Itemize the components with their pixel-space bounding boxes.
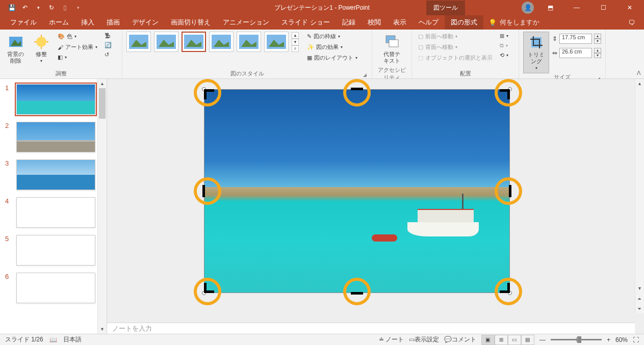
- scroll-up-icon[interactable]: ▲: [98, 79, 107, 88]
- slide-thumbnail[interactable]: [16, 197, 95, 228]
- send-backward-button[interactable]: ▢背面へ移動▾: [416, 42, 495, 52]
- compress-button[interactable]: 🗜: [102, 32, 114, 40]
- zoom-out-button[interactable]: —: [539, 336, 546, 343]
- crop-button[interactable]: トリミング ▾: [523, 32, 549, 73]
- alt-text-button[interactable]: 代替テ キスト: [380, 32, 403, 66]
- normal-view-button[interactable]: ▣: [481, 335, 495, 345]
- scroll-handle[interactable]: [99, 88, 106, 119]
- thumb-row[interactable]: 6: [5, 273, 107, 303]
- thumbnail-scrollbar[interactable]: ▲ ▼: [97, 79, 107, 334]
- picture-layout-button[interactable]: ▦図のレイアウト▾: [305, 53, 359, 63]
- sorter-view-button[interactable]: ⊞: [495, 335, 508, 345]
- corrections-button[interactable]: 修整 ▾: [30, 32, 53, 66]
- tab-insert[interactable]: 挿入: [75, 15, 100, 30]
- artistic-effects-button[interactable]: 🖌アート効果▾: [56, 42, 99, 52]
- collapse-ribbon-icon[interactable]: ᐱ: [637, 70, 641, 76]
- fit-window-button[interactable]: ⛶: [633, 336, 639, 343]
- tell-me[interactable]: 💡 何をしますか: [488, 18, 539, 27]
- align-button[interactable]: ⊞▾: [498, 32, 510, 40]
- qat-more-icon[interactable]: ▾: [72, 2, 84, 13]
- prev-slide-icon[interactable]: ⏶: [635, 294, 644, 303]
- slide-image[interactable]: [204, 89, 510, 293]
- spin-up-icon[interactable]: ▲: [594, 48, 601, 53]
- style-item[interactable]: [126, 32, 151, 52]
- thumb-row[interactable]: 2: [5, 122, 107, 152]
- zoom-level[interactable]: 60%: [615, 336, 628, 343]
- selection-handle[interactable]: [202, 87, 206, 91]
- thumb-row[interactable]: 5: [5, 235, 107, 266]
- undo-icon[interactable]: ↶: [19, 2, 31, 13]
- tab-file[interactable]: ファイル: [4, 15, 43, 30]
- ribbon-display-icon[interactable]: ⬒: [540, 0, 560, 15]
- thumb-row[interactable]: 1: [5, 84, 107, 115]
- zoom-in-button[interactable]: +: [607, 336, 610, 343]
- scroll-down-icon[interactable]: ▼: [98, 325, 107, 334]
- slide-counter[interactable]: スライド 1/26: [5, 335, 43, 344]
- gallery-more-icon[interactable]: ≡: [292, 45, 299, 52]
- comments-toggle[interactable]: 💬コメント: [444, 335, 476, 344]
- style-item[interactable]: [237, 32, 261, 52]
- tab-animations[interactable]: アニメーション: [217, 15, 275, 30]
- tab-record[interactable]: 記録: [336, 15, 362, 30]
- slideshow-view-button[interactable]: ▤: [521, 335, 534, 345]
- tab-draw[interactable]: 描画: [100, 15, 126, 30]
- slideshow-qat-icon[interactable]: ▯: [59, 2, 70, 13]
- tab-design[interactable]: デザイン: [126, 15, 165, 30]
- thumb-row[interactable]: 4: [5, 197, 107, 228]
- maximize-button[interactable]: ☐: [593, 0, 613, 15]
- tab-view[interactable]: 表示: [387, 15, 413, 30]
- gallery-down-icon[interactable]: ▼: [292, 39, 299, 45]
- tab-slideshow[interactable]: スライド ショー: [275, 15, 336, 30]
- style-item[interactable]: [182, 32, 206, 52]
- reset-picture-button[interactable]: ↺: [102, 50, 114, 59]
- undo-dropdown-icon[interactable]: ▾: [33, 2, 44, 13]
- account-icon[interactable]: 👤: [522, 2, 534, 14]
- zoom-knob[interactable]: [577, 336, 581, 343]
- tab-home[interactable]: ホーム: [43, 15, 75, 30]
- save-icon[interactable]: 💾: [6, 2, 17, 13]
- picture-effects-button[interactable]: ✨図の効果▾: [305, 42, 359, 52]
- remove-background-button[interactable]: 背景の 削除: [4, 32, 27, 66]
- style-gallery[interactable]: ▲ ▼ ≡: [126, 32, 299, 52]
- selection-handle[interactable]: [202, 291, 206, 295]
- slide-canvas[interactable]: ▲ ▼ ⏶ ⏷ ノートを入力: [107, 79, 644, 334]
- reading-view-button[interactable]: ▭: [508, 335, 521, 345]
- thumbnail-pane[interactable]: 1 2 3 4 5 6 ▲ ▼: [0, 79, 107, 334]
- style-item[interactable]: [209, 32, 234, 52]
- redo-icon[interactable]: ↻: [46, 2, 57, 13]
- bring-forward-button[interactable]: ▢前面へ移動▾: [416, 32, 495, 41]
- language-label[interactable]: 日本語: [63, 335, 82, 344]
- selection-handle[interactable]: [508, 87, 512, 91]
- change-picture-button[interactable]: 🔄: [102, 41, 114, 49]
- next-slide-icon[interactable]: ⏷: [635, 304, 644, 313]
- gallery-up-icon[interactable]: ▲: [292, 32, 299, 39]
- notes-pane[interactable]: ノートを入力: [107, 323, 635, 334]
- display-settings[interactable]: ▭表示設定: [409, 335, 439, 344]
- spin-down-icon[interactable]: ▼: [594, 39, 601, 44]
- transparency-button[interactable]: ◧▾: [56, 53, 99, 62]
- tab-transitions[interactable]: 画面切り替え: [165, 15, 217, 30]
- group-button[interactable]: ⧉▾: [498, 41, 510, 50]
- slide-thumbnail[interactable]: [16, 273, 95, 303]
- close-button[interactable]: ✕: [620, 0, 640, 15]
- style-item[interactable]: [264, 32, 289, 52]
- spellcheck-icon[interactable]: 📖: [49, 336, 57, 343]
- style-item[interactable]: [154, 32, 178, 52]
- thumb-row[interactable]: 3: [5, 160, 107, 190]
- slide-thumbnail[interactable]: [16, 160, 95, 190]
- rotate-button[interactable]: ⟲▾: [498, 51, 510, 60]
- tab-picture-format[interactable]: 図の形式: [445, 15, 483, 30]
- tab-help[interactable]: ヘルプ: [413, 15, 445, 30]
- height-input[interactable]: 17.75 cm: [559, 34, 592, 44]
- width-input[interactable]: 26.6 cm: [559, 48, 592, 58]
- launcher-icon[interactable]: ◢: [363, 72, 367, 77]
- scroll-down-icon[interactable]: ▼: [635, 284, 644, 293]
- selection-handle[interactable]: [508, 291, 512, 295]
- spin-up-icon[interactable]: ▲: [594, 34, 601, 39]
- slide-thumbnail[interactable]: [16, 122, 95, 152]
- share-icon[interactable]: 🗨: [626, 17, 637, 28]
- zoom-slider[interactable]: [551, 339, 602, 340]
- scroll-up-icon[interactable]: ▲: [635, 79, 644, 88]
- color-button[interactable]: 🎨色▾: [56, 32, 99, 41]
- slide-thumbnail[interactable]: [16, 84, 95, 115]
